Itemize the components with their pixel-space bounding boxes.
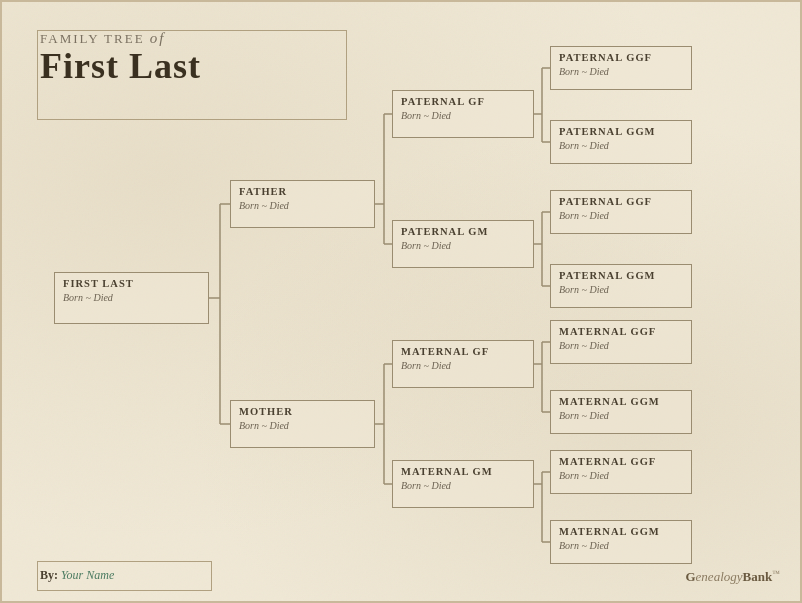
person-father: FATHER Born ~ Died <box>230 180 375 228</box>
person-mother-dates: Born ~ Died <box>231 419 374 436</box>
family-tree-page: FAMILY TREE of First Last <box>2 2 800 601</box>
by-label: By: <box>40 568 58 582</box>
person-paternal-ggf2-label: PATERNAL GGF <box>551 191 691 209</box>
person-paternal-ggf2: PATERNAL GGF Born ~ Died <box>550 190 692 234</box>
title-name: First Last <box>40 47 201 87</box>
person-maternal-ggm2-label: MATERNAL GGM <box>551 521 691 539</box>
person-paternal-gf-label: PATERNAL GF <box>393 91 533 109</box>
person-maternal-ggf2: MATERNAL GGF Born ~ Died <box>550 450 692 494</box>
by-value: Your Name <box>61 568 114 582</box>
person-maternal-ggf1-label: MATERNAL GGF <box>551 321 691 339</box>
person-paternal-gm-dates: Born ~ Died <box>393 239 533 256</box>
person-paternal-ggm1-label: PATERNAL GGM <box>551 121 691 139</box>
person-maternal-ggf2-dates: Born ~ Died <box>551 469 691 486</box>
person-paternal-ggm2-dates: Born ~ Died <box>551 283 691 300</box>
person-maternal-ggm1-label: MATERNAL GGM <box>551 391 691 409</box>
person-self-dates: Born ~ Died <box>55 291 208 308</box>
person-maternal-gm: MATERNAL GM Born ~ Died <box>392 460 534 508</box>
person-paternal-ggf1-label: PATERNAL GGF <box>551 47 691 65</box>
title-area: FAMILY TREE of First Last <box>40 30 201 87</box>
person-maternal-ggf1-dates: Born ~ Died <box>551 339 691 356</box>
person-mother: MOTHER Born ~ Died <box>230 400 375 448</box>
person-paternal-ggf1-dates: Born ~ Died <box>551 65 691 82</box>
person-paternal-ggm2: PATERNAL GGM Born ~ Died <box>550 264 692 308</box>
genealogy-bank-logo: GenealogyBank™ <box>685 569 780 585</box>
person-maternal-ggm2: MATERNAL GGM Born ~ Died <box>550 520 692 564</box>
person-maternal-ggm1-dates: Born ~ Died <box>551 409 691 426</box>
person-paternal-ggm1-dates: Born ~ Died <box>551 139 691 156</box>
person-paternal-gf: PATERNAL GF Born ~ Died <box>392 90 534 138</box>
person-maternal-ggf2-label: MATERNAL GGF <box>551 451 691 469</box>
person-father-label: FATHER <box>231 181 374 199</box>
person-maternal-ggm2-dates: Born ~ Died <box>551 539 691 556</box>
person-maternal-ggf1: MATERNAL GGF Born ~ Died <box>550 320 692 364</box>
person-paternal-gf-dates: Born ~ Died <box>393 109 533 126</box>
person-paternal-ggm1: PATERNAL GGM Born ~ Died <box>550 120 692 164</box>
person-paternal-gm: PATERNAL GM Born ~ Died <box>392 220 534 268</box>
person-mother-label: MOTHER <box>231 401 374 419</box>
person-maternal-ggm1: MATERNAL GGM Born ~ Died <box>550 390 692 434</box>
person-paternal-ggf2-dates: Born ~ Died <box>551 209 691 226</box>
person-paternal-gm-label: PATERNAL GM <box>393 221 533 239</box>
person-maternal-gm-dates: Born ~ Died <box>393 479 533 496</box>
person-self-label: FIRST LAST <box>55 273 208 291</box>
person-maternal-gf: MATERNAL GF Born ~ Died <box>392 340 534 388</box>
person-self: FIRST LAST Born ~ Died <box>54 272 209 324</box>
by-line: By: Your Name <box>40 568 114 583</box>
person-maternal-gm-label: MATERNAL GM <box>393 461 533 479</box>
person-paternal-ggm2-label: PATERNAL GGM <box>551 265 691 283</box>
person-father-dates: Born ~ Died <box>231 199 374 216</box>
title-subtitle: FAMILY TREE of <box>40 30 201 47</box>
person-maternal-gf-label: MATERNAL GF <box>393 341 533 359</box>
person-maternal-gf-dates: Born ~ Died <box>393 359 533 376</box>
person-paternal-ggf1: PATERNAL GGF Born ~ Died <box>550 46 692 90</box>
